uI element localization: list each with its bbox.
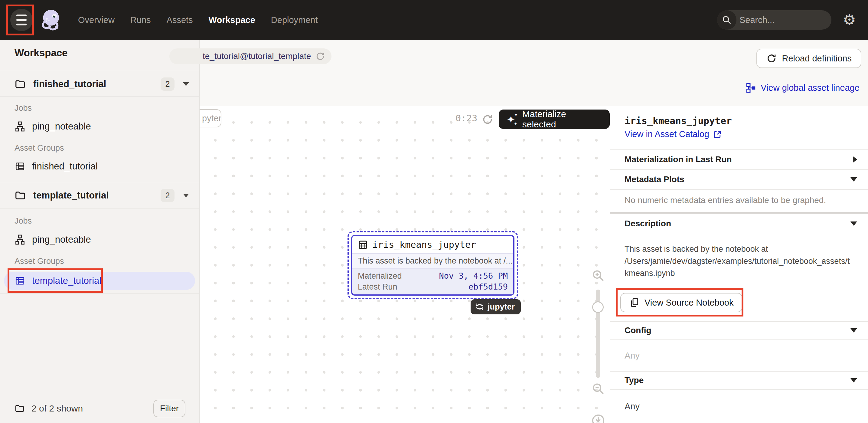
- sidebar-group-finished-tutorial[interactable]: finished_tutorial: [0, 158, 199, 175]
- primary-nav: Overview Runs Assets Workspace Deploymen…: [78, 15, 318, 25]
- asset-description-text: This asset is backed by the notebook at …: [624, 243, 861, 279]
- view-source-notebook-button[interactable]: View Source Notebook: [620, 293, 743, 312]
- section-label: Description: [624, 219, 850, 229]
- group-name: finished_tutorial: [32, 161, 98, 172]
- repo-location-tag[interactable]: te_tutorial@tutorial_template: [169, 49, 332, 64]
- reload-icon: [766, 53, 777, 64]
- divider: [0, 183, 199, 183]
- search-input[interactable]: [737, 15, 831, 25]
- zoom-slider-knob[interactable]: [592, 301, 604, 313]
- folder-icon: [14, 403, 25, 414]
- section-type[interactable]: Type: [610, 371, 868, 389]
- download-image-button[interactable]: [591, 414, 606, 423]
- group-name: template_tutorial: [32, 275, 101, 286]
- type-value: Any: [624, 401, 640, 412]
- view-source-notebook-label: View Source Notebook: [645, 298, 734, 308]
- asset-detail-title: iris_kmeans_jupyter: [624, 115, 732, 126]
- section-label: Materialization in Last Run: [624, 155, 853, 164]
- jupyter-icon: [475, 302, 485, 312]
- job-icon: [14, 234, 25, 245]
- sidebar-title: Workspace: [14, 47, 67, 59]
- asset-detail-panel: iris_kmeans_jupyter View in Asset Catalo…: [610, 106, 868, 423]
- sidebar-job-ping-noteable-2[interactable]: ping_noteable: [0, 231, 199, 248]
- divider: [0, 294, 199, 294]
- reload-definitions-button[interactable]: Reload definitions: [756, 49, 861, 68]
- asset-groups-section-label: Asset Groups: [14, 144, 64, 153]
- sidebar-repo-template-tutorial[interactable]: template_tutorial 2: [0, 185, 199, 206]
- asset-group-icon: [14, 275, 25, 286]
- folder-icon: [14, 190, 26, 201]
- asset-groups-section-label: Asset Groups: [14, 256, 64, 266]
- jupyter-tag-label: jupyter: [488, 302, 515, 312]
- jupyter-compute-tag[interactable]: jupyter: [471, 299, 521, 314]
- chevron-down-icon: [850, 177, 857, 182]
- sidebar-repo-finished-tutorial[interactable]: finished_tutorial 2: [0, 74, 199, 94]
- table-icon: [358, 240, 368, 250]
- view-in-asset-catalog-label: View in Asset Catalog: [624, 129, 709, 139]
- latest-run-value[interactable]: ebf5d159: [468, 281, 508, 292]
- config-value: Any: [624, 351, 640, 361]
- reload-definitions-label: Reload definitions: [782, 54, 852, 64]
- divider: [0, 70, 199, 70]
- nav-item-overview[interactable]: Overview: [78, 15, 115, 25]
- page-header: te_tutorial@tutorial_template Reload def…: [199, 40, 868, 106]
- repo-location-label: te_tutorial@tutorial_template: [203, 52, 311, 61]
- sidebar-job-ping-noteable[interactable]: ping_noteable: [0, 118, 199, 135]
- asset-group-icon: [14, 161, 25, 172]
- jobs-section-label: Jobs: [14, 216, 32, 226]
- section-config[interactable]: Config: [610, 321, 868, 339]
- section-metadata-plots[interactable]: Metadata Plots: [610, 170, 868, 189]
- dagster-octopus-logo[interactable]: [39, 7, 63, 33]
- sparkle-icon: ✦✦✦: [506, 113, 518, 125]
- section-materialization-in-last-run[interactable]: Materialization in Last Run: [610, 149, 868, 170]
- repo-count-badge[interactable]: 2: [161, 78, 175, 91]
- zoom-out-button[interactable]: [591, 382, 606, 395]
- view-global-asset-lineage-link[interactable]: View global asset lineage: [745, 82, 860, 93]
- section-divider: [610, 212, 868, 214]
- asset-node-selection-outline[interactable]: iris_kmeans_jupyter This asset is backed…: [347, 231, 518, 299]
- chevron-down-icon[interactable]: [183, 194, 189, 197]
- chevron-down-icon[interactable]: [183, 82, 189, 86]
- divider: [0, 208, 199, 209]
- divider: [610, 389, 868, 390]
- asset-node-iris-kmeans-jupyter[interactable]: iris_kmeans_jupyter This asset is backed…: [351, 235, 515, 296]
- empty-metadata-message: No numeric metadata entries available to…: [624, 195, 826, 205]
- section-label: Metadata Plots: [624, 175, 850, 184]
- materialized-value[interactable]: Nov 3, 4:56 PM: [439, 271, 508, 281]
- section-label: Config: [624, 326, 850, 335]
- filter-button[interactable]: Filter: [153, 400, 185, 417]
- repo-name: finished_tutorial: [33, 79, 161, 90]
- dagster-app: Overview Runs Assets Workspace Deploymen…: [0, 0, 868, 423]
- section-label: Type: [624, 375, 850, 385]
- section-description[interactable]: Description: [610, 214, 868, 233]
- latest-run-label: Latest Run: [358, 281, 397, 292]
- nav-item-assets[interactable]: Assets: [167, 15, 193, 25]
- search-bar[interactable]: /: [717, 10, 831, 30]
- folder-icon: [14, 79, 26, 90]
- partial-asset-node[interactable]: pyter: [199, 109, 221, 127]
- repo-name: template_tutorial: [33, 190, 161, 201]
- materialize-selected-button[interactable]: ✦✦✦ Materialize selected: [499, 110, 610, 129]
- top-nav: Overview Runs Assets Workspace Deploymen…: [0, 0, 868, 40]
- zoom-in-button[interactable]: [591, 269, 606, 282]
- asset-graph-canvas[interactable]: pyter 0:23 ✦✦✦ Materialize selected iris…: [199, 106, 610, 423]
- divider: [610, 339, 868, 340]
- refresh-icon[interactable]: [482, 114, 494, 126]
- chevron-right-icon: [853, 156, 857, 163]
- nav-item-runs[interactable]: Runs: [130, 15, 151, 25]
- materialize-selected-label: Materialize selected: [522, 109, 602, 129]
- view-in-asset-catalog-link[interactable]: View in Asset Catalog: [624, 129, 722, 139]
- asset-node-stats: Materialized Nov 3, 4:56 PM Latest Run e…: [352, 269, 513, 295]
- sidebar-group-template-tutorial-selected[interactable]: template_tutorial: [4, 272, 195, 290]
- chevron-down-icon: [850, 328, 857, 333]
- divider: [0, 96, 199, 96]
- nav-item-deployment[interactable]: Deployment: [271, 15, 318, 25]
- nav-item-workspace[interactable]: Workspace: [209, 15, 255, 25]
- settings-gear-icon[interactable]: ⚙: [843, 13, 856, 27]
- job-icon: [14, 121, 25, 132]
- refresh-icon[interactable]: [315, 51, 326, 61]
- repo-count-badge[interactable]: 2: [161, 189, 175, 202]
- hamburger-menu-button[interactable]: [10, 9, 33, 31]
- view-global-asset-lineage-label: View global asset lineage: [761, 83, 860, 93]
- materialized-label: Materialized: [358, 271, 402, 281]
